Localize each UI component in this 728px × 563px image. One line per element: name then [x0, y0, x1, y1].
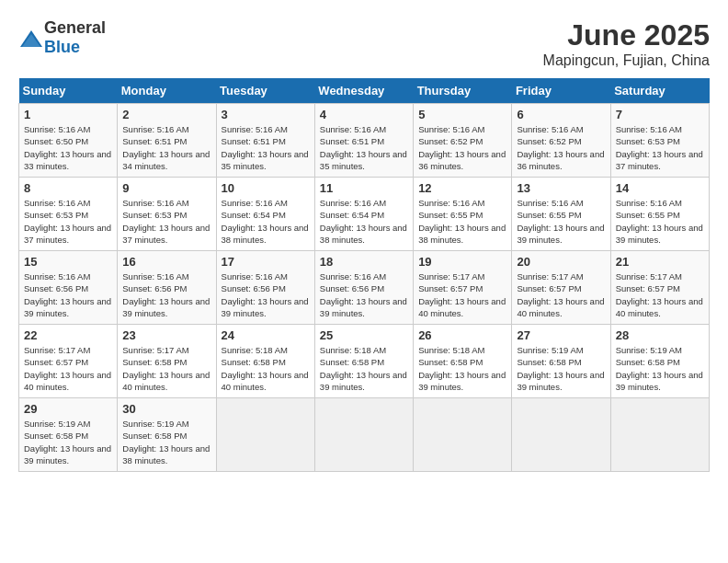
day-number: 6	[517, 108, 605, 121]
table-row	[512, 398, 610, 472]
day-info: Sunrise: 5:17 AM Sunset: 6:57 PM Dayligh…	[616, 270, 704, 319]
day-number: 21	[616, 255, 704, 269]
day-number: 22	[24, 328, 112, 342]
table-row	[610, 398, 709, 472]
table-row: 23 Sunrise: 5:17 AM Sunset: 6:58 PM Dayl…	[118, 325, 216, 398]
day-info: Sunrise: 5:16 AM Sunset: 6:53 PM Dayligh…	[616, 123, 704, 172]
day-info: Sunrise: 5:16 AM Sunset: 6:54 PM Dayligh…	[222, 197, 310, 246]
day-number: 19	[418, 255, 506, 269]
day-number: 18	[320, 255, 408, 269]
day-info: Sunrise: 5:16 AM Sunset: 6:56 PM Dayligh…	[222, 270, 310, 319]
day-number: 13	[517, 181, 605, 195]
table-row: 9 Sunrise: 5:16 AM Sunset: 6:53 PM Dayli…	[118, 178, 216, 251]
header-sunday: Sunday	[19, 78, 118, 104]
table-row: 2 Sunrise: 5:16 AM Sunset: 6:51 PM Dayli…	[118, 104, 216, 178]
day-number: 27	[517, 328, 605, 342]
day-info: Sunrise: 5:16 AM Sunset: 6:56 PM Dayligh…	[320, 270, 408, 319]
day-info: Sunrise: 5:16 AM Sunset: 6:54 PM Dayligh…	[320, 197, 408, 246]
calendar-row: 22 Sunrise: 5:17 AM Sunset: 6:57 PM Dayl…	[19, 325, 710, 398]
header-thursday: Thursday	[414, 78, 512, 104]
day-number: 17	[222, 255, 310, 269]
header-tuesday: Tuesday	[216, 78, 314, 104]
table-row: 25 Sunrise: 5:18 AM Sunset: 6:58 PM Dayl…	[314, 325, 413, 398]
table-row: 8 Sunrise: 5:16 AM Sunset: 6:53 PM Dayli…	[19, 178, 118, 251]
header-wednesday: Wednesday	[314, 78, 413, 104]
day-info: Sunrise: 5:16 AM Sunset: 6:51 PM Dayligh…	[320, 123, 408, 172]
day-info: Sunrise: 5:16 AM Sunset: 6:52 PM Dayligh…	[517, 123, 605, 172]
table-row: 17 Sunrise: 5:16 AM Sunset: 6:56 PM Dayl…	[216, 251, 314, 325]
day-info: Sunrise: 5:16 AM Sunset: 6:55 PM Dayligh…	[616, 197, 704, 246]
table-row: 24 Sunrise: 5:18 AM Sunset: 6:58 PM Dayl…	[216, 325, 314, 398]
table-row: 30 Sunrise: 5:19 AM Sunset: 6:58 PM Dayl…	[118, 398, 216, 472]
day-info: Sunrise: 5:17 AM Sunset: 6:58 PM Dayligh…	[122, 344, 210, 393]
day-number: 9	[122, 181, 210, 195]
table-row	[216, 398, 314, 472]
day-number: 11	[320, 181, 408, 195]
table-row: 1 Sunrise: 5:16 AM Sunset: 6:50 PM Dayli…	[19, 104, 118, 178]
day-number: 8	[24, 181, 112, 195]
day-info: Sunrise: 5:18 AM Sunset: 6:58 PM Dayligh…	[222, 344, 310, 393]
table-row: 18 Sunrise: 5:16 AM Sunset: 6:56 PM Dayl…	[314, 251, 413, 325]
title-area: June 2025 Mapingcun, Fujian, China	[543, 18, 710, 69]
day-info: Sunrise: 5:16 AM Sunset: 6:55 PM Dayligh…	[517, 197, 605, 246]
day-info: Sunrise: 5:19 AM Sunset: 6:58 PM Dayligh…	[517, 344, 605, 393]
weekday-header-row: Sunday Monday Tuesday Wednesday Thursday…	[19, 78, 710, 104]
day-number: 23	[122, 328, 210, 342]
day-number: 5	[418, 108, 506, 121]
day-number: 7	[616, 108, 704, 121]
table-row: 26 Sunrise: 5:18 AM Sunset: 6:58 PM Dayl…	[414, 325, 512, 398]
day-number: 26	[418, 328, 506, 342]
day-info: Sunrise: 5:16 AM Sunset: 6:55 PM Dayligh…	[418, 197, 506, 246]
table-row: 12 Sunrise: 5:16 AM Sunset: 6:55 PM Dayl…	[414, 178, 512, 251]
table-row: 27 Sunrise: 5:19 AM Sunset: 6:58 PM Dayl…	[512, 325, 610, 398]
day-info: Sunrise: 5:19 AM Sunset: 6:58 PM Dayligh…	[24, 418, 112, 466]
day-info: Sunrise: 5:17 AM Sunset: 6:57 PM Dayligh…	[517, 270, 605, 319]
table-row: 13 Sunrise: 5:16 AM Sunset: 6:55 PM Dayl…	[512, 178, 610, 251]
day-number: 16	[122, 255, 210, 269]
table-row: 3 Sunrise: 5:16 AM Sunset: 6:51 PM Dayli…	[216, 104, 314, 178]
logo-blue: Blue	[44, 38, 80, 56]
day-info: Sunrise: 5:19 AM Sunset: 6:58 PM Dayligh…	[616, 344, 704, 393]
day-info: Sunrise: 5:16 AM Sunset: 6:51 PM Dayligh…	[122, 123, 210, 172]
calendar-title: June 2025	[543, 18, 710, 52]
table-row: 16 Sunrise: 5:16 AM Sunset: 6:56 PM Dayl…	[118, 251, 216, 325]
calendar-row: 15 Sunrise: 5:16 AM Sunset: 6:56 PM Dayl…	[19, 251, 710, 325]
calendar-row: 29 Sunrise: 5:19 AM Sunset: 6:58 PM Dayl…	[19, 398, 710, 472]
table-row: 7 Sunrise: 5:16 AM Sunset: 6:53 PM Dayli…	[610, 104, 709, 178]
day-number: 24	[222, 328, 310, 342]
day-info: Sunrise: 5:16 AM Sunset: 6:51 PM Dayligh…	[222, 123, 310, 172]
logo-general: General	[44, 18, 106, 37]
header-saturday: Saturday	[610, 78, 709, 104]
table-row: 19 Sunrise: 5:17 AM Sunset: 6:57 PM Dayl…	[414, 251, 512, 325]
calendar-table: Sunday Monday Tuesday Wednesday Thursday…	[18, 78, 710, 472]
day-info: Sunrise: 5:19 AM Sunset: 6:58 PM Dayligh…	[122, 418, 210, 466]
day-number: 2	[122, 108, 210, 121]
day-info: Sunrise: 5:16 AM Sunset: 6:53 PM Dayligh…	[122, 197, 210, 246]
day-number: 25	[320, 328, 408, 342]
table-row: 14 Sunrise: 5:16 AM Sunset: 6:55 PM Dayl…	[610, 178, 709, 251]
day-number: 28	[616, 328, 704, 342]
day-info: Sunrise: 5:16 AM Sunset: 6:50 PM Dayligh…	[24, 123, 112, 172]
page-header: General Blue June 2025 Mapingcun, Fujian…	[18, 18, 710, 69]
logo: General Blue	[18, 18, 106, 57]
day-info: Sunrise: 5:17 AM Sunset: 6:57 PM Dayligh…	[24, 344, 112, 393]
table-row: 15 Sunrise: 5:16 AM Sunset: 6:56 PM Dayl…	[19, 251, 118, 325]
calendar-subtitle: Mapingcun, Fujian, China	[543, 52, 710, 69]
header-friday: Friday	[512, 78, 610, 104]
table-row: 22 Sunrise: 5:17 AM Sunset: 6:57 PM Dayl…	[19, 325, 118, 398]
table-row: 20 Sunrise: 5:17 AM Sunset: 6:57 PM Dayl…	[512, 251, 610, 325]
table-row: 5 Sunrise: 5:16 AM Sunset: 6:52 PM Dayli…	[414, 104, 512, 178]
table-row: 6 Sunrise: 5:16 AM Sunset: 6:52 PM Dayli…	[512, 104, 610, 178]
day-info: Sunrise: 5:18 AM Sunset: 6:58 PM Dayligh…	[418, 344, 506, 393]
day-number: 20	[517, 255, 605, 269]
table-row	[414, 398, 512, 472]
day-number: 1	[24, 108, 112, 121]
table-row: 4 Sunrise: 5:16 AM Sunset: 6:51 PM Dayli…	[314, 104, 413, 178]
day-number: 3	[222, 108, 310, 121]
table-row: 28 Sunrise: 5:19 AM Sunset: 6:58 PM Dayl…	[610, 325, 709, 398]
header-monday: Monday	[118, 78, 216, 104]
day-number: 29	[24, 402, 112, 416]
day-number: 14	[616, 181, 704, 195]
day-number: 4	[320, 108, 408, 121]
table-row: 21 Sunrise: 5:17 AM Sunset: 6:57 PM Dayl…	[610, 251, 709, 325]
